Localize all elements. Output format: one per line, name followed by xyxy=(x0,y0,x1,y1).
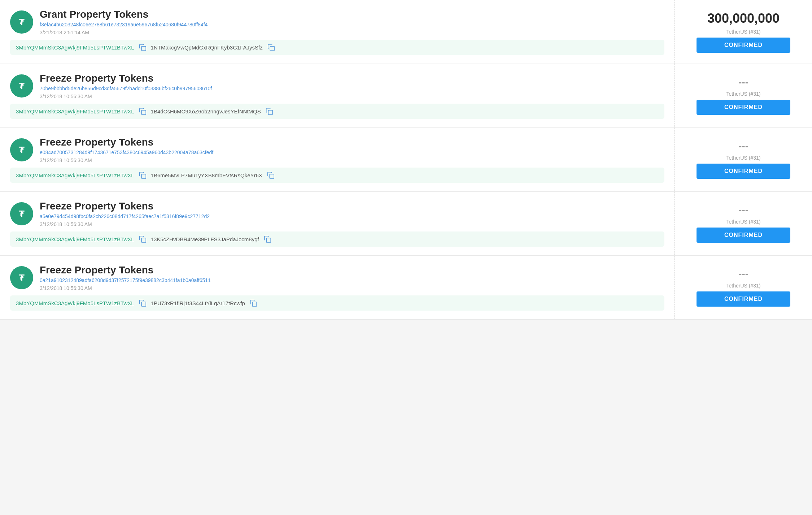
tx-from-address[interactable]: 3MbYQMMmSkC3AgWkj9FMo5LsPTW1zBTwXL xyxy=(16,172,134,178)
tx-amount-label: TetherUS (#31) xyxy=(726,91,761,97)
tx-right-1: --- TetherUS (#31) CONFIRMED xyxy=(675,64,812,127)
tx-left-3: ₮ Freeze Property Tokens a5e0e79d454d98f… xyxy=(0,192,675,255)
svg-text:₮: ₮ xyxy=(19,273,25,282)
svg-rect-15 xyxy=(266,238,271,242)
tx-addresses: 3MbYQMMmSkC3AgWkj9FMo5LsPTW1zBTwXL 1B4dC… xyxy=(10,104,664,119)
tether-icon: ₮ xyxy=(10,202,33,225)
svg-rect-10 xyxy=(141,174,146,178)
confirmed-button[interactable]: CONFIRMED xyxy=(697,100,790,115)
copy-to-icon[interactable] xyxy=(265,107,273,115)
tx-amount-dash: --- xyxy=(738,204,748,216)
tether-icon: ₮ xyxy=(10,74,33,98)
tx-title: Freeze Property Tokens xyxy=(40,137,213,148)
tx-right-2: --- TetherUS (#31) CONFIRMED xyxy=(675,128,812,191)
copy-from-icon[interactable] xyxy=(139,171,147,179)
tx-time: 3/12/2018 10:56:30 AM xyxy=(40,221,210,227)
tx-left-0: ₮ Grant Property Tokens f3efac4b6203248f… xyxy=(0,0,675,64)
svg-text:₮: ₮ xyxy=(19,18,25,27)
tx-amount-label: TetherUS (#31) xyxy=(726,155,761,161)
svg-text:₮: ₮ xyxy=(19,146,25,155)
tx-amount-dash: --- xyxy=(738,140,748,152)
transactions-list: ₮ Grant Property Tokens f3efac4b6203248f… xyxy=(0,0,812,320)
copy-from-icon[interactable] xyxy=(139,235,147,243)
tx-addresses: 3MbYQMMmSkC3AgWkj9FMo5LsPTW1zBTwXL 13K5c… xyxy=(10,231,664,247)
tx-title: Grant Property Tokens xyxy=(40,9,208,20)
tx-hash[interactable]: f3efac4b6203248fc06e2788b61e732319a6e596… xyxy=(40,22,208,27)
tx-to-address: 1B6me5MvLP7Mu1yYXB8mbEVtsRsQkeYr6X xyxy=(151,172,262,178)
tx-header-2: ₮ Freeze Property Tokens e084ad700573128… xyxy=(10,137,664,163)
tx-amount-dash: --- xyxy=(738,77,748,88)
tx-amount: 300,000,000 xyxy=(707,11,780,26)
table-row: ₮ Freeze Property Tokens a5e0e79d454d98f… xyxy=(0,192,812,256)
table-row: ₮ Freeze Property Tokens e084ad700573128… xyxy=(0,128,812,192)
tx-from-address[interactable]: 3MbYQMMmSkC3AgWkj9FMo5LsPTW1zBTwXL xyxy=(16,236,134,242)
svg-rect-19 xyxy=(252,302,257,306)
svg-rect-18 xyxy=(141,302,146,306)
tx-time: 3/21/2018 2:51:14 AM xyxy=(40,30,208,35)
copy-to-icon[interactable] xyxy=(267,171,275,179)
svg-rect-2 xyxy=(141,46,146,51)
copy-to-icon[interactable] xyxy=(267,43,275,51)
confirmed-button[interactable]: CONFIRMED xyxy=(697,291,790,307)
tx-right-0: 300,000,000 TetherUS (#31) CONFIRMED xyxy=(675,0,812,64)
confirmed-button[interactable]: CONFIRMED xyxy=(697,164,790,179)
tx-time: 3/12/2018 10:56:30 AM xyxy=(40,157,213,163)
tx-header-1: ₮ Freeze Property Tokens 70be9bbbbd5de26… xyxy=(10,73,664,99)
tx-title: Freeze Property Tokens xyxy=(40,200,210,212)
tether-icon: ₮ xyxy=(10,10,33,34)
svg-text:₮: ₮ xyxy=(19,209,25,218)
confirmed-button[interactable]: CONFIRMED xyxy=(697,38,790,53)
tx-addresses: 3MbYQMMmSkC3AgWkj9FMo5LsPTW1zBTwXL 1B6me… xyxy=(10,168,664,183)
tx-time: 3/12/2018 10:56:30 AM xyxy=(40,285,211,291)
tx-from-address[interactable]: 3MbYQMMmSkC3AgWkj9FMo5LsPTW1zBTwXL xyxy=(16,300,134,306)
tx-to-address: 13K5cZHvDBR4Me39PLFS3JaPdaJocm8ygf xyxy=(151,236,259,242)
tx-from-address[interactable]: 3MbYQMMmSkC3AgWkj9FMo5LsPTW1zBTwXL xyxy=(16,44,134,51)
tx-header-4: ₮ Freeze Property Tokens 0a21a9102312489… xyxy=(10,264,664,291)
tx-to-address: 1B4dCsH6MC9XoZ6ob2nngvJesYEfNNtMQS xyxy=(151,108,261,114)
tx-title-group: Grant Property Tokens f3efac4b6203248fc0… xyxy=(40,9,208,35)
confirmed-button[interactable]: CONFIRMED xyxy=(697,228,790,243)
svg-rect-3 xyxy=(270,46,274,51)
tx-hash[interactable]: e084ad7005731284d9f1743671e753f4380c6945… xyxy=(40,150,213,155)
tether-icon: ₮ xyxy=(10,266,33,289)
tx-title-group: Freeze Property Tokens a5e0e79d454d98fbc… xyxy=(40,200,210,227)
tether-icon: ₮ xyxy=(10,138,33,161)
tx-header-0: ₮ Grant Property Tokens f3efac4b6203248f… xyxy=(10,9,664,35)
svg-rect-14 xyxy=(141,238,146,242)
copy-from-icon[interactable] xyxy=(139,107,147,115)
tx-left-1: ₮ Freeze Property Tokens 70be9bbbbd5de26… xyxy=(0,64,675,127)
svg-text:₮: ₮ xyxy=(19,82,25,91)
tx-from-address[interactable]: 3MbYQMMmSkC3AgWkj9FMo5LsPTW1zBTwXL xyxy=(16,108,134,114)
tx-to-address: 1NTMakcgVwQpMdGxRQnFKyb3G1FAJysSfz xyxy=(151,44,263,51)
tx-title: Freeze Property Tokens xyxy=(40,73,212,84)
tx-hash[interactable]: a5e0e79d454d98fbc0fa2cb226c08dd717f4265f… xyxy=(40,213,210,219)
tx-amount-label: TetherUS (#31) xyxy=(726,29,761,35)
table-row: ₮ Freeze Property Tokens 0a21a9102312489… xyxy=(0,256,812,320)
copy-from-icon[interactable] xyxy=(139,299,147,307)
table-row: ₮ Grant Property Tokens f3efac4b6203248f… xyxy=(0,0,812,64)
tx-addresses: 3MbYQMMmSkC3AgWkj9FMo5LsPTW1zBTwXL 1NTMa… xyxy=(10,40,664,55)
copy-to-icon[interactable] xyxy=(249,299,257,307)
svg-rect-6 xyxy=(141,110,146,114)
tx-title: Freeze Property Tokens xyxy=(40,264,211,276)
copy-to-icon[interactable] xyxy=(263,235,271,243)
tx-amount-label: TetherUS (#31) xyxy=(726,283,761,289)
tx-hash[interactable]: 0a21a9102312489adfa6208d9d37f2572175f9e3… xyxy=(40,277,211,283)
tx-title-group: Freeze Property Tokens 0a21a9102312489ad… xyxy=(40,264,211,291)
tx-title-group: Freeze Property Tokens e084ad7005731284d… xyxy=(40,137,213,163)
tx-header-3: ₮ Freeze Property Tokens a5e0e79d454d98f… xyxy=(10,200,664,227)
tx-left-4: ₮ Freeze Property Tokens 0a21a9102312489… xyxy=(0,256,675,319)
tx-addresses: 3MbYQMMmSkC3AgWkj9FMo5LsPTW1zBTwXL 1PU73… xyxy=(10,295,664,311)
table-row: ₮ Freeze Property Tokens 70be9bbbbd5de26… xyxy=(0,64,812,128)
tx-to-address: 1PU73xR1fiRj1t3S44LtYiLqAr17tRcwfp xyxy=(151,300,245,306)
tx-right-4: --- TetherUS (#31) CONFIRMED xyxy=(675,256,812,319)
copy-from-icon[interactable] xyxy=(139,43,147,51)
tx-amount-label: TetherUS (#31) xyxy=(726,219,761,225)
tx-amount-dash: --- xyxy=(738,268,748,280)
tx-time: 3/12/2018 10:56:30 AM xyxy=(40,94,212,99)
tx-right-3: --- TetherUS (#31) CONFIRMED xyxy=(675,192,812,255)
tx-hash[interactable]: 70be9bbbbd5de26b856d9cd3dfa5679f2badd10f… xyxy=(40,86,212,91)
svg-rect-11 xyxy=(270,174,274,178)
tx-left-2: ₮ Freeze Property Tokens e084ad700573128… xyxy=(0,128,675,191)
tx-title-group: Freeze Property Tokens 70be9bbbbd5de26b8… xyxy=(40,73,212,99)
